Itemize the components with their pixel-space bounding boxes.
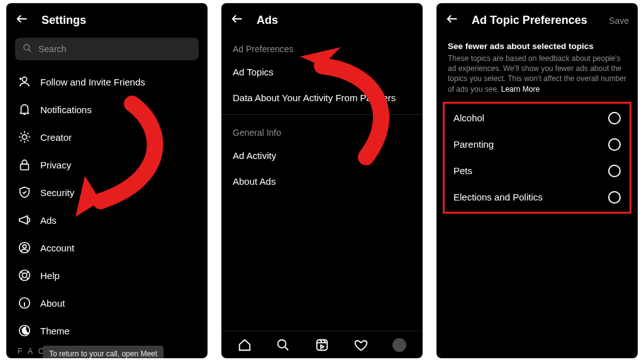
svg-point-5 [23,244,26,248]
topic-parenting[interactable]: Parenting [445,131,630,158]
radio-unchecked-icon[interactable] [608,165,621,177]
menu-label: About [40,298,65,309]
back-icon[interactable] [445,12,459,29]
topic-pets[interactable]: Pets [445,158,630,184]
help-icon [18,268,31,282]
svg-rect-3 [21,164,29,170]
phone-screen-ads: Ads Ad Preferences Ad Topics Data About … [221,3,423,358]
topic-alcohol[interactable]: Alcohol [445,105,630,131]
search-icon [23,43,32,55]
info-icon [18,296,31,310]
row-ad-activity[interactable]: Ad Activity [221,143,423,168]
description-body: These topics are based on feedback about… [448,53,626,94]
topic-label: Pets [453,165,472,176]
row-about-ads[interactable]: About Ads [221,168,423,194]
header: Ads [221,3,423,35]
svg-point-2 [22,134,26,139]
search-placeholder: Search [38,44,66,54]
phone-screen-settings: Settings Search Follow and Invite Friend… [6,3,208,358]
description-block: See fewer ads about selected topics Thes… [436,35,638,98]
back-icon[interactable] [230,12,244,29]
profile-avatar[interactable] [392,337,407,353]
page-title: Ads [257,14,278,27]
section-ad-preferences: Ad Preferences [221,35,423,59]
row-ad-topics[interactable]: Ad Topics [221,59,423,85]
learn-more-link[interactable]: Learn More [501,85,540,94]
header: Ad Topic Preferences Save [436,3,638,35]
footer-section: To return to your call, open Meet F A C … [6,347,208,358]
menu-label: Notifications [40,104,92,115]
reels-icon[interactable] [314,337,330,353]
save-button[interactable]: Save [609,16,629,26]
row-data-activity-partners[interactable]: Data About Your Activity From Partners [221,85,423,111]
menu-label: Follow and Invite Friends [40,77,145,87]
menu-item-about[interactable]: About [6,289,208,317]
bottom-nav [221,331,423,358]
radio-unchecked-icon[interactable] [608,138,621,151]
svg-point-1 [22,77,26,82]
menu-item-creator[interactable]: Creator [6,123,208,151]
menu-label: Privacy [40,160,71,170]
menu-item-ads[interactable]: Ads [6,206,208,234]
topic-list-highlighted: Alcohol Parenting Pets Elections and Pol… [443,102,631,214]
menu-item-privacy[interactable]: Privacy [6,151,208,178]
page-title: Ad Topic Preferences [472,14,587,27]
shield-icon [18,185,31,199]
menu-label: Help [40,270,60,281]
radio-unchecked-icon[interactable] [608,191,621,204]
divider [221,114,423,115]
menu-item-security[interactable]: Security [6,178,208,206]
search-input[interactable]: Search [15,38,199,60]
creator-icon [18,130,31,144]
menu-label: Ads [40,215,57,226]
menu-label: Security [40,187,74,198]
menu-item-theme[interactable]: Theme [6,317,208,344]
account-icon [18,241,31,255]
home-icon[interactable] [237,337,252,353]
svg-point-7 [22,273,26,277]
svg-point-12 [278,339,286,348]
settings-menu: Follow and Invite Friends Notifications … [6,65,208,347]
section-general-info: General Info [221,119,423,143]
menu-item-follow-invite[interactable]: Follow and Invite Friends [6,68,208,96]
topic-label: Parenting [453,139,494,150]
topic-label: Elections and Politics [453,192,543,202]
phone-screen-ad-topics: Ad Topic Preferences Save See fewer ads … [436,3,638,358]
svg-rect-13 [317,339,328,350]
bell-icon [18,102,31,116]
svg-point-0 [24,45,30,50]
description-title: See fewer ads about selected topics [448,41,626,51]
page-title: Settings [42,14,86,27]
heart-icon[interactable] [353,337,369,353]
topic-label: Alcohol [453,112,484,123]
menu-item-account[interactable]: Account [6,234,208,261]
search-nav-icon[interactable] [275,337,291,353]
header: Settings [6,3,208,35]
meet-toast[interactable]: To return to your call, open Meet [43,346,164,358]
topic-elections-politics[interactable]: Elections and Politics [445,184,630,211]
menu-item-notifications[interactable]: Notifications [6,96,208,123]
theme-icon [18,324,31,337]
radio-unchecked-icon[interactable] [608,112,621,124]
back-icon[interactable] [15,12,29,29]
add-user-icon [18,75,31,89]
menu-label: Theme [40,326,70,336]
lock-icon [18,158,31,172]
megaphone-icon [18,213,31,227]
menu-item-help[interactable]: Help [6,261,208,289]
menu-label: Creator [40,132,72,143]
menu-label: Account [40,243,74,253]
